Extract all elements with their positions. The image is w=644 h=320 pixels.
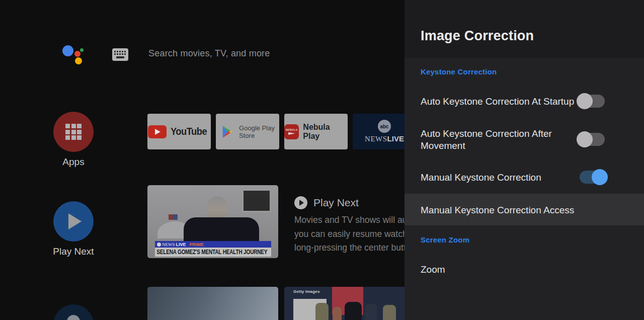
description-line-2: you can easily resume watching	[294, 227, 405, 242]
abc-mini-logo	[157, 243, 161, 247]
thumbnail-shelf-books	[169, 214, 178, 220]
play-next-description: Movies and TV shows will autom you can e…	[294, 213, 405, 257]
section-screen-zoom: Screen Zoom	[421, 235, 469, 244]
play-next-row-title: Play Next	[313, 197, 359, 209]
thumbnail-wall-frame	[242, 189, 271, 212]
bottom-channel-logo	[67, 315, 80, 320]
app-tile-nebula-play[interactable]: NEBULA Nebula Play	[284, 114, 348, 149]
apps-grid-icon	[65, 124, 82, 140]
news-live-label: NEWSLIVE	[365, 134, 404, 143]
photo-figure	[365, 304, 377, 320]
banner-prime: PRIME	[190, 242, 204, 247]
photo-figure	[345, 302, 362, 320]
toggle-knob	[592, 169, 608, 185]
toggle-auto-keystone-after-movement[interactable]	[580, 133, 605, 146]
android-tv-screen: Search movies, TV, and more Apps YouTube…	[0, 0, 644, 320]
nebula-app-icon: NEBULA	[284, 124, 299, 139]
description-line-1: Movies and TV shows will autom	[294, 213, 405, 227]
toggle-knob	[577, 93, 593, 109]
keyboard-icon[interactable]	[112, 48, 128, 61]
bottom-left-thumbnail[interactable]	[147, 287, 278, 320]
photo-figure	[383, 305, 396, 320]
setting-label-auto-keystone-startup[interactable]: Auto Keystone Correction At Startup	[421, 96, 574, 108]
play-next-row-header: Play Next	[294, 196, 359, 209]
bottom-right-thumbnail[interactable]: Getty Images	[284, 287, 415, 320]
news-word: NEWS	[365, 135, 387, 143]
apps-channel-button[interactable]	[53, 112, 94, 152]
google-play-label-line1: Google Play	[239, 124, 275, 132]
news-live-prime-banner: NEWS LIVE PRIME	[155, 241, 271, 248]
section-keystone-correction: Keystone Correction	[421, 67, 497, 76]
google-play-icon	[220, 124, 234, 139]
toggle-manual-keystone-correction[interactable]	[580, 171, 605, 184]
setting-label-auto-keystone-after-movement[interactable]: Auto Keystone Correction After Movement	[421, 128, 577, 152]
assistant-green-dot	[80, 48, 84, 52]
assistant-blue-dot	[62, 45, 73, 56]
image-correction-panel: Image Correction Keystone Correction Aut…	[405, 0, 644, 320]
search-input[interactable]: Search movies, TV, and more	[148, 48, 270, 59]
youtube-label: YouTube	[171, 126, 207, 137]
play-next-channel-label: Play Next	[33, 246, 114, 257]
live-word: LIVE	[387, 134, 404, 143]
thumbnail-person-head	[207, 196, 228, 220]
setting-label-manual-keystone-correction[interactable]: Manual Keystone Correction	[421, 172, 541, 184]
play-next-channel-button[interactable]	[53, 201, 94, 242]
abc-logo-icon: abc	[378, 120, 391, 133]
google-play-label: Google Play Store	[239, 124, 275, 139]
toggle-auto-keystone-startup[interactable]	[580, 95, 605, 108]
bottom-channel-button[interactable]	[53, 304, 94, 320]
headline-text: SELENA GOMEZ'S MENTAL HEALTH JOURNEY	[155, 249, 267, 256]
toggle-knob	[577, 131, 593, 147]
panel-title: Image Correction	[421, 28, 534, 44]
getty-watermark: Getty Images	[293, 289, 320, 294]
headline-banner: SELENA GOMEZ'S MENTAL HEALTH JOURNEY NEW…	[155, 248, 271, 257]
youtube-play-icon	[148, 125, 167, 138]
play-circle-icon	[294, 196, 307, 209]
app-tile-youtube[interactable]: YouTube	[147, 114, 211, 149]
setting-label-manual-keystone-access[interactable]: Manual Keystone Correction Access	[421, 204, 574, 216]
assistant-yellow-dot	[75, 57, 82, 64]
setting-label-zoom[interactable]: Zoom	[421, 264, 445, 276]
banner-live: LIVE	[176, 242, 186, 247]
photo-figure	[315, 303, 329, 320]
google-play-label-line2: Store	[239, 132, 255, 139]
play-next-video-thumbnail[interactable]: NEWS LIVE PRIME SELENA GOMEZ'S MENTAL HE…	[147, 185, 278, 258]
nebula-play-label: Nebula Play	[303, 123, 348, 141]
play-icon	[68, 213, 82, 229]
apps-channel-label: Apps	[33, 156, 114, 168]
app-tile-google-play-store[interactable]: Google Play Store	[216, 114, 279, 149]
nebula-beam-shape	[288, 132, 295, 135]
description-line-3: long-pressing the center button	[294, 241, 405, 255]
photo-figure	[333, 307, 342, 320]
banner-news: NEWS	[162, 242, 175, 247]
nebula-icon-text: NEBULA	[286, 128, 298, 131]
google-assistant-icon[interactable]	[61, 43, 86, 67]
assistant-red-dot	[74, 51, 80, 57]
